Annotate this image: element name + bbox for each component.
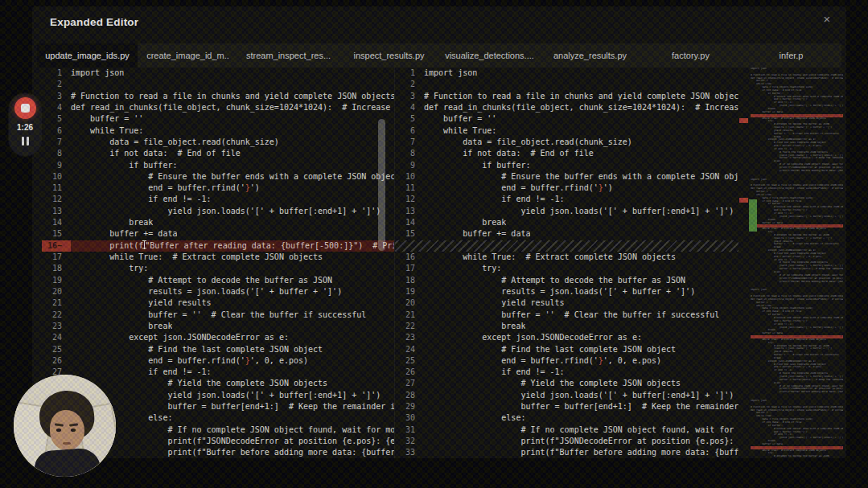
code-line[interactable]: 5 buffer = '' (42, 113, 394, 125)
minimap-line: print(f"Buffer before adding more data: … (751, 170, 843, 173)
code-line[interactable]: 15 buffer += data (42, 228, 394, 240)
code-line[interactable]: 16 while True: # Extract complete JSON o… (395, 252, 738, 263)
code-line[interactable]: 33 print(f"Buffer before adding more dat… (395, 447, 738, 458)
left-panel-scrollbar[interactable] (378, 119, 385, 251)
code-line[interactable]: 18 try: (42, 263, 394, 274)
line-text: buffer = '' (71, 113, 143, 125)
recording-widget: 1:26 (9, 93, 41, 156)
code-line[interactable]: 1import json (42, 68, 394, 79)
code-line[interactable]: 27 # Yield the complete JSON objects (395, 378, 738, 389)
code-line[interactable]: 2 (395, 79, 738, 90)
stop-record-button[interactable] (14, 97, 36, 119)
code-line[interactable]: 32 print(f"JSONDecodeError at position {… (395, 436, 738, 447)
tab-factory.py[interactable]: factory.py (640, 43, 741, 68)
code-line[interactable]: 3# Function to read a file in chunks and… (395, 91, 738, 102)
tab-stream_inspect_res...[interactable]: stream_inspect_res... (238, 43, 339, 68)
line-text: if end != -1: (71, 194, 212, 205)
code-line[interactable]: 5 buffer = '' (395, 113, 738, 125)
code-line[interactable]: 4def read_in_chunks(file_object, chunk_s… (42, 102, 394, 113)
line-text: end = buffer.rfind('}', 0, e.pos) (71, 355, 308, 367)
code-line[interactable]: 20 yield results (395, 297, 738, 309)
tab-create_image_id_m..[interactable]: create_image_id_m.. (138, 43, 238, 68)
code-line[interactable]: 9 if buffer: (42, 160, 394, 171)
code-line[interactable]: 23 except json.JSONDecodeError as e: (395, 332, 738, 343)
code-line[interactable]: 6 while True: (42, 125, 394, 137)
line-number: 25 (395, 355, 424, 367)
code-line[interactable]: 10 # Ensure the buffer ends with a compl… (395, 171, 738, 182)
line-number: 2 (42, 79, 71, 90)
code-line[interactable]: 13 yield json.loads('[' + buffer[:end+1]… (395, 206, 738, 217)
code-line[interactable]: 19 results = json.loads('[' + buffer + '… (395, 286, 738, 297)
tab-inspect_results.py[interactable]: inspect_results.py (339, 43, 439, 68)
tab-visualize_detections....[interactable]: visualize_detections.... (439, 43, 540, 68)
code-line[interactable]: 25 end = buffer.rfind('}', 0, e.pos) (395, 355, 738, 367)
code-line[interactable]: 7 data = file_object.read(chunk_size) (395, 137, 738, 148)
code-line[interactable]: 14 break (42, 217, 394, 228)
minimap[interactable]: import json# Function to read a file in … (740, 68, 843, 458)
code-line[interactable]: 3# Function to read a file in chunks and… (42, 91, 394, 102)
code-line[interactable]: 14 break (395, 217, 738, 228)
tab-analyze_results.py[interactable]: analyze_results.py (540, 43, 640, 68)
code-line[interactable]: 8 if not data: # End of file (395, 148, 738, 159)
code-line[interactable]: 15 buffer += data (395, 228, 738, 240)
close-icon[interactable]: × (819, 11, 835, 27)
code-line[interactable]: 2 (42, 79, 394, 90)
code-line[interactable]: 9 if buffer: (395, 160, 738, 171)
pause-icon (27, 137, 29, 146)
code-line[interactable]: 13 yield json.loads('[' + buffer[:end+1]… (42, 206, 394, 217)
line-number: 26 (42, 355, 71, 367)
code-line[interactable]: 8 if not data: # End of file (42, 148, 394, 159)
diff-placeholder-row (395, 240, 738, 252)
code-line[interactable]: 6 while True: (395, 125, 738, 137)
code-line[interactable]: 26 if end != -1: (395, 367, 738, 378)
code-line[interactable]: 21 yield results (42, 297, 394, 309)
code-line[interactable]: 11 end = buffer.rfind('}') (42, 182, 394, 194)
stop-icon (21, 104, 30, 113)
line-text: end = buffer.rfind('}') (71, 182, 260, 194)
code-line[interactable]: 17 while True: # Extract complete JSON o… (42, 252, 394, 263)
code-line[interactable]: 12 if end != -1: (42, 194, 394, 205)
code-line[interactable]: 28 yield json.loads('[' + buffer[:end+1]… (395, 390, 738, 401)
code-line[interactable]: 27 if end != -1: (42, 367, 394, 378)
code-line[interactable]: 19 # Attempt to decode the buffer as JSO… (42, 275, 394, 286)
code-line[interactable]: 22 buffer = '' # Clear the buffer if suc… (42, 310, 394, 321)
code-line[interactable]: 21 buffer = '' # Clear the buffer if suc… (395, 310, 738, 321)
code-line[interactable]: 11 end = buffer.rfind('}') (395, 182, 738, 194)
line-text: while True: (71, 125, 143, 137)
line-number: 12 (395, 194, 424, 205)
line-text: # If no complete JSON object found, wait… (424, 424, 738, 436)
code-line[interactable]: 24 # Find the last complete JSON object (395, 344, 738, 355)
diff-panel-modified[interactable]: 1import json23# Function to read a file … (394, 68, 738, 458)
pause-button[interactable] (22, 137, 29, 146)
line-number: 30 (395, 412, 424, 424)
code-line[interactable]: 30 else: (395, 412, 738, 424)
line-text: print(f"JSONDecodeError at position {e.p… (424, 436, 738, 447)
tab-update_image_ids.py[interactable]: update_image_ids.py (37, 43, 138, 68)
code-line[interactable]: 20 results = json.loads('[' + buffer + '… (42, 286, 394, 297)
line-number: 1 (42, 68, 71, 79)
code-line[interactable]: 12 if end != -1: (395, 194, 738, 205)
webcam-overlay[interactable] (14, 375, 116, 477)
line-text: while True: (424, 125, 496, 137)
deleted-code-line[interactable]: 16− print(f"Buffer after reading data: {… (42, 240, 394, 252)
code-line[interactable]: 17 try: (395, 263, 738, 274)
code-line[interactable]: 7 data = file_object.read(chunk_size) (42, 137, 394, 148)
code-line[interactable]: 1import json (395, 68, 738, 79)
code-line[interactable]: 22 break (395, 321, 738, 332)
tab-infer.p[interactable]: infer.p (741, 43, 841, 68)
line-number: 11 (395, 182, 424, 194)
code-line[interactable]: 10 # Ensure the buffer ends with a compl… (42, 171, 394, 182)
line-number: 8 (42, 148, 71, 159)
code-line[interactable]: 25 # Find the last complete JSON object (42, 344, 394, 355)
minimap-line: print(f"Buffer before adding more data: … (751, 391, 843, 394)
code-line[interactable]: 4def read_in_chunks(file_object, chunk_s… (395, 102, 738, 113)
line-number: 33 (395, 447, 424, 458)
code-line[interactable]: 29 buffer = buffer[end+1:] # Keep the re… (395, 401, 738, 412)
code-line[interactable]: 23 break (42, 321, 394, 332)
line-number: 15 (42, 228, 71, 240)
code-line[interactable]: 31 # If no complete JSON object found, w… (395, 424, 738, 436)
code-line[interactable]: 26 end = buffer.rfind('}', 0, e.pos) (42, 355, 394, 367)
code-line[interactable]: 24 except json.JSONDecodeError as e: (42, 332, 394, 343)
line-text: # If no complete JSON object found, wait… (71, 424, 394, 436)
code-line[interactable]: 18 # Attempt to decode the buffer as JSO… (395, 275, 738, 286)
